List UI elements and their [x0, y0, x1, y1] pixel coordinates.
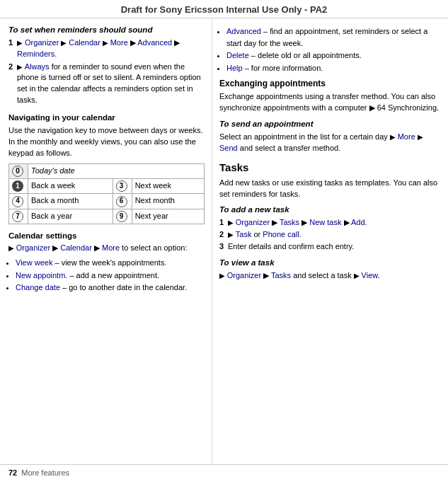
- table-cell: 7: [9, 209, 28, 224]
- bullet-text: – for more information.: [245, 64, 323, 72]
- table-label: Back a year: [28, 209, 113, 224]
- exchange-heading: Exchanging appointments: [219, 78, 440, 90]
- add-task-step1: 1 ▶ Organizer ▶ Tasks ▶ New task ▶ Add.: [219, 217, 440, 229]
- table-row: 4 Back a month 6 Next month: [9, 194, 205, 209]
- key-3: 3: [116, 180, 127, 192]
- exchange-ref: 64 Synchronizing.: [377, 103, 439, 112]
- send-send: Send: [219, 144, 238, 152]
- table-cell: 9: [113, 209, 132, 224]
- add-task-heading: To add a new task: [219, 204, 440, 216]
- key-9: 9: [116, 211, 127, 222]
- send-more: More: [398, 132, 415, 141]
- bullet-link: Change date: [16, 283, 60, 292]
- cal-settings-title: Calendar settings: [8, 230, 205, 242]
- table-row: 7 Back a year 9 Next year: [9, 209, 205, 224]
- cal-organizer: Organizer: [16, 243, 50, 252]
- key-1: 1: [12, 180, 23, 192]
- table-label: Back a week: [28, 179, 113, 194]
- table-cell: 3: [113, 179, 132, 194]
- section1-title: To set when reminders should sound: [8, 24, 205, 36]
- bullet-text: – delete old or all appointments.: [251, 51, 362, 59]
- header: Draft for Sony Ericsson Internal Use Onl…: [0, 0, 448, 18]
- exchange-text: Exchange appointments using a transfer m…: [219, 91, 440, 114]
- bullet-link: New appointm.: [16, 271, 67, 280]
- bullet-link: View week: [16, 258, 52, 267]
- cal-calendar: Calendar: [60, 243, 92, 252]
- step2-content: ▶ Always for a reminder to sound even wh…: [17, 62, 205, 107]
- view-task-heading: To view a task: [219, 257, 440, 269]
- right-column: Advanced – find an appointment, set remi…: [212, 18, 448, 464]
- tasks-text: Add new tasks or use existing tasks as t…: [219, 178, 440, 200]
- table-row: 1 Back a week 3 Next week: [9, 179, 205, 194]
- step1-content: ▶ Organizer ▶ Calendar ▶ More ▶ Advanced…: [17, 38, 205, 60]
- cal-bullets: View week – view the week's appointments…: [8, 257, 205, 294]
- bullet-text: – add a new appointment.: [69, 271, 159, 280]
- view-task-text: ▶ Organizer ▶ Tasks and select a task ▶ …: [219, 270, 440, 282]
- bullet-link: Help: [226, 64, 243, 72]
- bullet-link: Advanced: [226, 27, 261, 35]
- table-cell: 1: [9, 179, 28, 194]
- table-cell: 0: [9, 163, 28, 178]
- nav-text: Use the navigation key to move between d…: [8, 125, 205, 159]
- step2: 2 ▶ Always for a reminder to sound even …: [8, 62, 205, 107]
- table-cell: 4: [9, 194, 28, 209]
- add-task-step2: 2 ▶ Task or Phone call.: [219, 229, 440, 241]
- bullet-link: Delete: [226, 51, 249, 59]
- step1-organizer: Organizer: [25, 38, 59, 47]
- table-label: Next year: [132, 209, 204, 224]
- step1-advanced: Advanced: [137, 38, 172, 47]
- header-title: Draft for Sony Ericsson Internal Use Onl…: [0, 0, 448, 18]
- nav-heading: Navigating in your calendar: [8, 112, 205, 124]
- cal-settings-nav: ▶ Organizer ▶ Calendar ▶ More to select …: [8, 243, 205, 254]
- step1-calendar: Calendar: [69, 38, 100, 47]
- list-item: Help – for more information.: [226, 62, 440, 74]
- list-item: Advanced – find an appointment, set remi…: [226, 25, 440, 49]
- send-heading: To send an appointment: [219, 118, 440, 130]
- footer-page: 72: [8, 468, 17, 477]
- footer: 72 More features: [0, 464, 448, 480]
- step1-num: 1: [8, 38, 17, 60]
- cal-to-text: to select an option:: [122, 243, 187, 252]
- add-task-step3: 3 Enter details and confirm each entry.: [219, 241, 440, 253]
- table-label: Next week: [132, 179, 204, 194]
- left-column: To set when reminders should sound 1 ▶ O…: [0, 18, 212, 464]
- key-4: 4: [12, 196, 23, 207]
- key-6: 6: [116, 196, 127, 207]
- nav-table: 0 Today's date 1 Back a week 3 Next week…: [8, 163, 205, 224]
- table-cell: 6: [113, 194, 132, 209]
- table-label: Next month: [132, 194, 204, 209]
- list-item: View week – view the week's appointments…: [16, 257, 205, 269]
- bullet-text: – go to another date in the calendar.: [62, 283, 187, 292]
- footer-text: More features: [21, 468, 69, 477]
- list-item: Delete – delete old or all appointments.: [226, 50, 440, 62]
- right-bullets: Advanced – find an appointment, set remi…: [219, 25, 440, 74]
- step2-num: 2: [8, 62, 17, 107]
- list-item: Change date – go to another date in the …: [16, 282, 205, 294]
- step1-reminders: Reminders.: [17, 50, 57, 58]
- key-7: 7: [12, 211, 23, 222]
- bullet-text: – view the week's appointments.: [54, 258, 166, 267]
- send-text: Select an appointment in the list for a …: [219, 132, 440, 154]
- step2-always: Always: [25, 62, 50, 71]
- cal-more: More: [102, 243, 120, 252]
- table-cell: Today's date: [28, 163, 205, 178]
- list-item: New appointm. – add a new appointment.: [16, 270, 205, 282]
- table-row: 0 Today's date: [9, 163, 205, 178]
- key-0: 0: [12, 166, 23, 177]
- step1: 1 ▶ Organizer ▶ Calendar ▶ More ▶ Advanc…: [8, 38, 205, 60]
- table-label: Back a month: [28, 194, 113, 209]
- step1-more: More: [110, 38, 128, 47]
- step1-arrow: ▶: [17, 39, 23, 47]
- tasks-heading: Tasks: [219, 160, 440, 175]
